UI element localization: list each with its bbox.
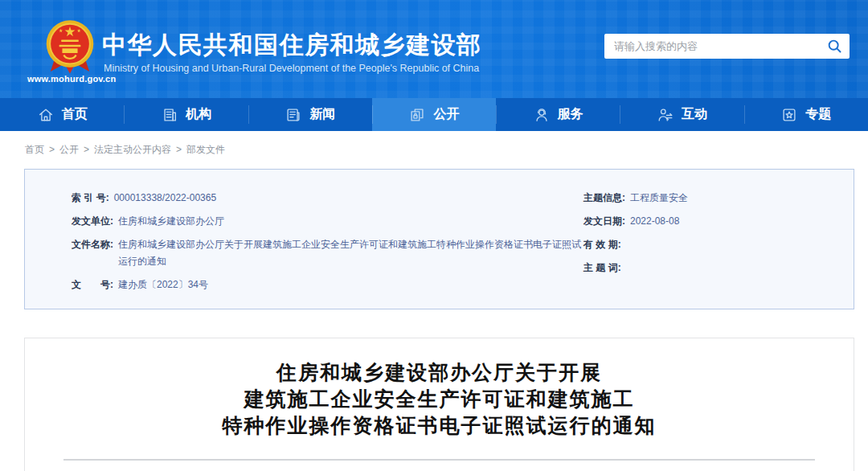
nav-item-home[interactable]: 首页 (0, 98, 124, 131)
meta-label: 发文单位: (72, 213, 113, 230)
search-button[interactable] (819, 34, 850, 59)
site-subtitle: Ministry of Housing and Urban-Rural Deve… (104, 63, 479, 74)
search-icon (827, 39, 842, 54)
service-icon (533, 106, 551, 124)
news-icon (285, 106, 302, 124)
meta-value: 000013338/2022-00365 (114, 190, 216, 207)
title-divider (63, 459, 815, 461)
nav-item-label: 互动 (682, 106, 707, 123)
breadcrumb-link-disclosure[interactable]: 公开 (59, 144, 79, 155)
meta-column-left: 索 引 号: 000013338/2022-00365 发文单位: 住房和城乡建… (25, 170, 583, 309)
meta-row-validity: 有 效 期: (583, 236, 854, 253)
disclosure-icon (408, 106, 426, 124)
nav-item-label: 公开 (433, 106, 459, 123)
topic-icon (780, 106, 798, 124)
meta-value: 住房和城乡建设部办公厅关于开展建筑施工企业安全生产许可证和建筑施工特种作业操作资… (118, 236, 583, 270)
header-banner: www.mohurd.gov.cn 中华人民共和国住房和城乡建设部 Minist… (0, 0, 868, 98)
meta-label: 主 题 词: (583, 260, 621, 276)
meta-row-issue-date: 发文日期: 2022-08-08 (583, 213, 854, 230)
organization-icon (161, 106, 178, 124)
search-input[interactable] (604, 40, 819, 52)
meta-label: 主题信息: (583, 190, 625, 207)
meta-value: 建办质〔2022〕34号 (118, 276, 208, 293)
site-title: 中华人民共和国住房和城乡建设部 (102, 29, 482, 62)
meta-row-document-name: 文件名称: 住房和城乡建设部办公厅关于开展建筑施工企业安全生产许可证和建筑施工特… (72, 236, 583, 270)
national-emblem-icon (43, 19, 97, 76)
breadcrumb-link-statutory-content[interactable]: 法定主动公开内容 (94, 144, 171, 155)
document-title-line-1: 住房和城乡建设部办公厅关于开展 (25, 359, 854, 386)
article-card: 住房和城乡建设部办公厅关于开展 建筑施工企业安全生产许可证和建筑施工 特种作业操… (24, 338, 854, 471)
meta-label: 索 引 号: (72, 190, 109, 207)
document-meta-panel: 索 引 号: 000013338/2022-00365 发文单位: 住房和城乡建… (24, 169, 854, 309)
breadcrumb-separator: > (49, 144, 55, 155)
meta-label: 文 号: (72, 276, 113, 293)
breadcrumb-current: 部发文件 (186, 144, 225, 155)
nav-item-interaction[interactable]: 互动 (620, 98, 743, 131)
site-url: www.mohurd.gov.cn (27, 74, 116, 84)
breadcrumb-separator: > (176, 144, 182, 155)
meta-row-keywords: 主 题 词: (583, 260, 854, 276)
meta-label: 有 效 期: (583, 236, 621, 253)
home-icon (37, 106, 55, 124)
nav-item-service[interactable]: 服务 (496, 98, 620, 131)
meta-row-topic-info: 主题信息: 工程质量安全 (583, 190, 854, 207)
breadcrumb: 首页>公开>法定主动公开内容>部发文件 (0, 131, 868, 157)
nav-item-label: 专题 (805, 106, 831, 123)
meta-value: 2022-08-08 (630, 213, 679, 230)
breadcrumb-link-home[interactable]: 首页 (25, 144, 44, 155)
nav-item-topic[interactable]: 专题 (744, 98, 868, 131)
meta-column-right: 主题信息: 工程质量安全 发文日期: 2022-08-08 有 效 期: 主 题… (583, 170, 854, 309)
nav-item-label: 机构 (186, 106, 211, 123)
nav-item-news[interactable]: 新闻 (248, 98, 372, 131)
document-title-line-2: 建筑施工企业安全生产许可证和建筑施工 (25, 386, 854, 412)
nav-item-organization[interactable]: 机构 (124, 98, 248, 131)
meta-row-index-number: 索 引 号: 000013338/2022-00365 (72, 190, 583, 207)
main-nav: 首页 机构 新闻 公开 服务 (0, 98, 868, 131)
meta-value: 住房和城乡建设部办公厅 (118, 213, 224, 230)
document-title: 住房和城乡建设部办公厅关于开展 建筑施工企业安全生产许可证和建筑施工 特种作业操… (25, 359, 854, 439)
breadcrumb-separator: > (84, 144, 89, 155)
interaction-icon (657, 106, 674, 124)
document-title-line-3: 特种作业操作资格证书电子证照试运行的通知 (25, 412, 854, 439)
meta-label: 文件名称: (72, 236, 113, 270)
meta-row-issuing-unit: 发文单位: 住房和城乡建设部办公厅 (72, 213, 583, 230)
meta-value: 工程质量安全 (630, 190, 688, 207)
nav-item-label: 服务 (558, 106, 583, 123)
nav-item-label: 新闻 (309, 106, 335, 123)
nav-item-disclosure[interactable]: 公开 (372, 98, 496, 131)
meta-row-document-number: 文 号: 建办质〔2022〕34号 (72, 276, 583, 293)
meta-label: 发文日期: (583, 213, 625, 230)
search-box (604, 34, 850, 59)
nav-item-label: 首页 (62, 106, 88, 123)
